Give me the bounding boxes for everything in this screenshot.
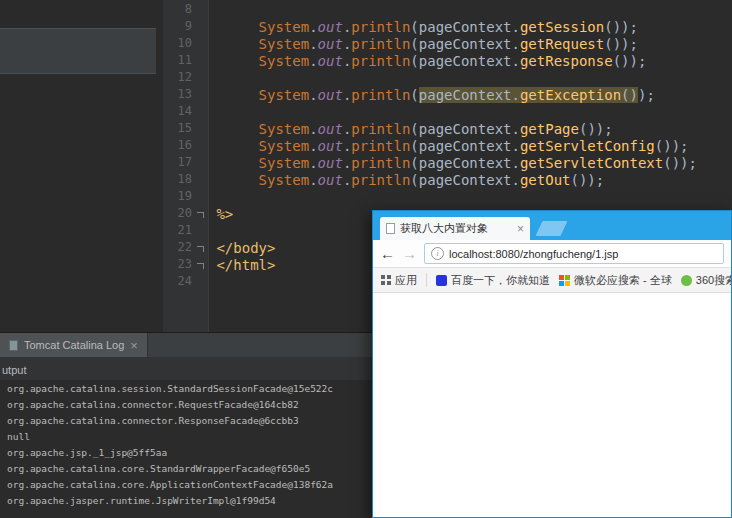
- line-number: 11: [163, 53, 208, 70]
- bookmarks-divider: [426, 273, 427, 287]
- bookmark-label: 百度一下，你就知道: [451, 273, 550, 288]
- browser-address-bar: ← → i localhost:8080/zhongfucheng/1.jsp: [373, 240, 731, 268]
- line-number: 23: [163, 257, 208, 274]
- bing-favicon: [559, 275, 570, 286]
- line-number: 8: [163, 2, 208, 19]
- editor-line[interactable]: 11 System.out.println(pageContext.getRes…: [163, 53, 732, 70]
- browser-page-content: [373, 293, 731, 517]
- browser-window: 获取八大内置对象 × ← → i localhost:8080/zhongfuc…: [372, 210, 732, 518]
- line-number: 13: [163, 87, 208, 104]
- line-number: 17: [163, 155, 208, 172]
- line-number: 10: [163, 36, 208, 53]
- editor-line[interactable]: 19: [163, 189, 732, 206]
- page-icon: [386, 223, 395, 234]
- browser-tab[interactable]: 获取八大内置对象 ×: [380, 217, 530, 240]
- url-field[interactable]: i localhost:8080/zhongfucheng/1.jsp: [424, 243, 724, 264]
- bookmarks-bar: 应用 百度一下，你就知道 微软必应搜索 - 全球 360搜索，SO靠谱: [373, 268, 731, 293]
- apps-grid-icon: [381, 275, 391, 285]
- bookmark-360[interactable]: 360搜索，SO靠谱: [681, 273, 731, 288]
- tool-tab-label: Tomcat Catalina Log: [24, 339, 124, 351]
- close-icon[interactable]: ×: [130, 340, 138, 351]
- line-number: 14: [163, 104, 208, 121]
- bookmark-label: 微软必应搜索 - 全球: [574, 273, 672, 288]
- fold-marker-icon[interactable]: [197, 212, 204, 218]
- line-number: 22: [163, 240, 208, 257]
- fold-marker-icon[interactable]: [197, 246, 204, 252]
- line-number: 9: [163, 19, 208, 36]
- bookmark-label: 360搜索，SO靠谱: [696, 273, 731, 288]
- editor-line[interactable]: 14: [163, 104, 732, 121]
- editor-line[interactable]: 15 System.out.println(pageContext.getPag…: [163, 121, 732, 138]
- new-tab-button[interactable]: [536, 221, 568, 236]
- console-tab-output[interactable]: utput: [0, 364, 26, 376]
- forward-button[interactable]: →: [402, 246, 417, 261]
- editor-line[interactable]: 8: [163, 2, 732, 19]
- line-number: 18: [163, 172, 208, 189]
- bookmark-bing[interactable]: 微软必应搜索 - 全球: [559, 273, 672, 288]
- line-number: 12: [163, 70, 208, 87]
- bookmark-baidu[interactable]: 百度一下，你就知道: [436, 273, 550, 288]
- browser-titlebar: 获取八大内置对象 ×: [373, 211, 731, 240]
- editor-line[interactable]: 9 System.out.println(pageContext.getSess…: [163, 19, 732, 36]
- left-toolwindow-block: [0, 28, 156, 74]
- browser-tab-title: 获取八大内置对象: [400, 221, 512, 236]
- baidu-favicon: [436, 275, 447, 286]
- line-number: 24: [163, 274, 208, 291]
- left-toolwindow-area: [0, 0, 164, 332]
- editor-line[interactable]: 13 System.out.println(pageContext.getExc…: [163, 87, 732, 104]
- tab-tomcat-catalina-log[interactable]: Tomcat Catalina Log ×: [0, 333, 148, 357]
- info-icon[interactable]: i: [431, 247, 444, 260]
- line-number: 20: [163, 206, 208, 223]
- line-number: 16: [163, 138, 208, 155]
- line-number: 15: [163, 121, 208, 138]
- editor-line[interactable]: 17 System.out.println(pageContext.getSer…: [163, 155, 732, 172]
- back-button[interactable]: ←: [380, 246, 395, 261]
- line-number: 19: [163, 189, 208, 206]
- apps-button[interactable]: 应用: [381, 273, 417, 288]
- editor-line[interactable]: 18 System.out.println(pageContext.getOut…: [163, 172, 732, 189]
- line-number: 21: [163, 223, 208, 240]
- close-icon[interactable]: ×: [517, 224, 524, 234]
- fold-marker-icon[interactable]: [197, 263, 204, 269]
- editor-line[interactable]: 10 System.out.println(pageContext.getReq…: [163, 36, 732, 53]
- apps-label: 应用: [395, 273, 417, 288]
- 360-favicon: [681, 275, 692, 286]
- editor-line[interactable]: 16 System.out.println(pageContext.getSer…: [163, 138, 732, 155]
- log-file-icon: [9, 340, 18, 351]
- editor-line[interactable]: 12: [163, 70, 732, 87]
- url-text: localhost:8080/zhongfucheng/1.jsp: [449, 248, 618, 260]
